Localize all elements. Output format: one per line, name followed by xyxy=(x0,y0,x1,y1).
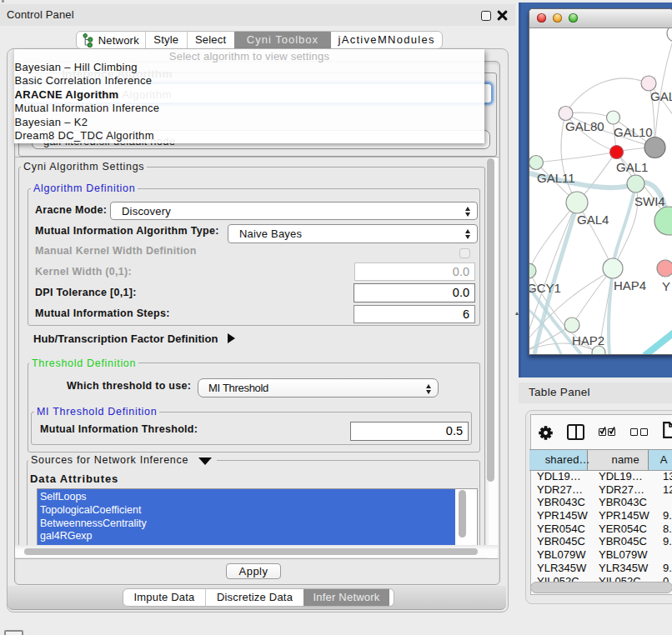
svg-text:GAL1: GAL1 xyxy=(616,160,648,174)
svg-text:HAP2: HAP2 xyxy=(572,333,604,348)
svg-text:GAL11: GAL11 xyxy=(537,171,575,185)
svg-text:SWI4: SWI4 xyxy=(634,194,665,208)
svg-text:Y: Y xyxy=(662,279,670,293)
svg-text:GAL10: GAL10 xyxy=(614,125,653,139)
svg-text:GCY1: GCY1 xyxy=(529,281,561,295)
svg-text:GAL4: GAL4 xyxy=(577,212,609,227)
svg-text:HAP4: HAP4 xyxy=(614,278,646,292)
svg-text:GAL7: GAL7 xyxy=(650,89,672,103)
svg-text:GAL80: GAL80 xyxy=(565,119,604,133)
